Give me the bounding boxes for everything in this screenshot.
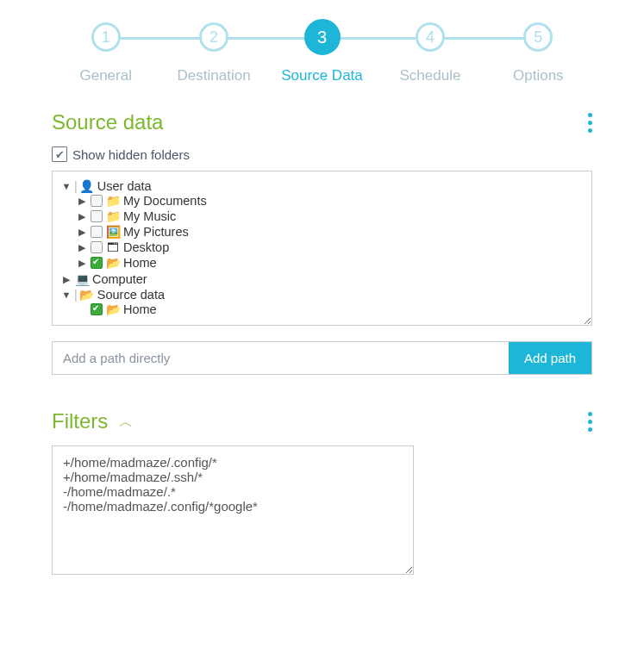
step-label: General: [52, 67, 159, 84]
filters-title-text: Filters: [52, 409, 108, 433]
add-path-button[interactable]: Add path: [509, 342, 591, 374]
tree-checkbox[interactable]: [91, 195, 103, 207]
folder-open-icon: 📂: [80, 288, 94, 302]
user-icon: 👤: [80, 179, 94, 193]
filters-section-header: Filters ︿: [52, 409, 592, 433]
folder-icon: 📁: [106, 194, 120, 208]
tree-node-user-data[interactable]: ▼| 👤 User data ▶ 📁 My Documents: [61, 178, 583, 271]
filters-section-title[interactable]: Filters ︿: [52, 409, 133, 433]
computer-icon: 💻: [75, 272, 89, 286]
expand-toggle-icon[interactable]: ▼: [61, 290, 72, 300]
wizard-stepper: 1 General 2 Destination 3 Source Data 4 …: [52, 22, 592, 84]
tree-node-my-documents[interactable]: ▶ 📁 My Documents: [77, 193, 583, 209]
kebab-dot-icon: [588, 113, 592, 117]
tree-label: My Pictures: [123, 225, 189, 239]
step-options[interactable]: 5 Options: [485, 22, 592, 84]
step-number: 5: [523, 22, 553, 52]
tree-node-my-music[interactable]: ▶ 📁 My Music: [77, 209, 583, 224]
tree-label: Home: [123, 302, 157, 316]
step-label: Schedule: [376, 67, 484, 84]
pictures-folder-icon: 🖼️: [106, 225, 120, 239]
desktop-icon: 🗔: [106, 240, 120, 254]
expand-toggle-icon[interactable]: ▶: [77, 211, 87, 222]
expand-toggle-icon[interactable]: ▶: [77, 258, 87, 269]
step-number: 1: [91, 22, 121, 52]
filters-textarea[interactable]: [52, 445, 414, 575]
source-tree-box[interactable]: ▼| 👤 User data ▶ 📁 My Documents: [52, 171, 592, 326]
filters-menu-button[interactable]: [588, 412, 592, 432]
tree-checkbox[interactable]: [91, 257, 103, 269]
step-number: 2: [199, 22, 228, 52]
tree-label: Home: [123, 256, 157, 270]
music-folder-icon: 📁: [106, 209, 120, 223]
add-path-row: Add path: [52, 341, 592, 375]
tree-node-source-data[interactable]: ▼| 📂 Source data 📂 Home: [61, 287, 583, 318]
show-hidden-checkbox[interactable]: [52, 146, 67, 162]
source-tree: ▼| 👤 User data ▶ 📁 My Documents: [61, 178, 583, 318]
tree-checkbox[interactable]: [91, 226, 103, 238]
step-general[interactable]: 1 General: [52, 22, 159, 84]
tree-label: User data: [97, 179, 152, 193]
kebab-dot-icon: [588, 128, 592, 133]
step-number: 4: [416, 22, 445, 52]
tree-node-my-pictures[interactable]: ▶ 🖼️ My Pictures: [77, 224, 583, 240]
expand-toggle-icon[interactable]: ▶: [77, 196, 87, 207]
source-section-title: Source data: [52, 110, 163, 134]
chevron-up-icon: ︿: [119, 414, 133, 429]
path-input[interactable]: [53, 342, 509, 374]
tree-label: My Music: [123, 209, 176, 223]
tree-checkbox[interactable]: [91, 210, 103, 222]
step-destination[interactable]: 2 Destination: [159, 22, 267, 84]
expand-toggle-icon[interactable]: ▶: [77, 227, 87, 238]
tree-node-source-home[interactable]: 📂 Home: [77, 302, 583, 317]
expand-toggle-icon[interactable]: ▶: [77, 242, 87, 253]
source-menu-button[interactable]: [588, 113, 592, 133]
kebab-dot-icon: [588, 420, 592, 424]
home-folder-icon: 📂: [106, 256, 120, 270]
expand-toggle-icon[interactable]: ▶: [61, 274, 72, 285]
show-hidden-label: Show hidden folders: [72, 147, 190, 162]
step-label: Source Data: [268, 67, 376, 84]
tree-label: Computer: [92, 272, 147, 286]
tree-label: Source data: [97, 288, 165, 302]
divider-icon: |: [74, 179, 78, 193]
show-hidden-row: Show hidden folders: [52, 146, 592, 162]
tree-node-computer[interactable]: ▶ 💻 Computer: [61, 271, 583, 287]
step-schedule[interactable]: 4 Schedule: [376, 22, 484, 84]
step-number: 3: [304, 19, 341, 55]
kebab-dot-icon: [588, 412, 592, 416]
expand-toggle-icon[interactable]: ▼: [61, 181, 72, 191]
tree-node-home[interactable]: ▶ 📂 Home: [77, 255, 583, 271]
tree-checkbox[interactable]: [91, 303, 103, 315]
step-label: Options: [485, 67, 592, 84]
kebab-dot-icon: [588, 121, 592, 125]
tree-label: Desktop: [123, 240, 169, 254]
kebab-dot-icon: [588, 427, 592, 432]
tree-label: My Documents: [123, 194, 207, 208]
step-source-data[interactable]: 3 Source Data: [268, 22, 376, 84]
step-label: Destination: [159, 67, 267, 84]
divider-icon: |: [74, 288, 78, 302]
tree-checkbox[interactable]: [91, 241, 103, 253]
tree-node-desktop[interactable]: ▶ 🗔 Desktop: [77, 240, 583, 255]
source-section-header: Source data: [52, 110, 592, 134]
home-folder-icon: 📂: [106, 302, 120, 316]
